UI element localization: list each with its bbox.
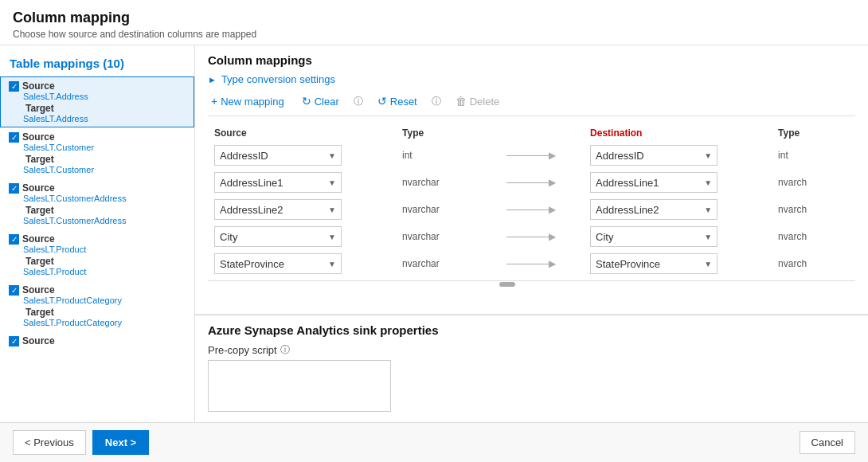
sidebar-target-sub-5: SalesLT.ProductCategory bbox=[9, 318, 186, 327]
mapping-arrow-2: ▶ bbox=[506, 177, 577, 188]
pre-copy-info-icon: ⓘ bbox=[280, 343, 290, 357]
arrowhead-icon: ▶ bbox=[549, 177, 556, 188]
pre-copy-label: Pre-copy script ⓘ bbox=[208, 343, 855, 357]
sidebar-item-6[interactable]: ✓ Source bbox=[0, 331, 194, 350]
footer-nav-buttons: < Previous Next > bbox=[13, 430, 149, 455]
source-value-5: StateProvince bbox=[220, 258, 284, 270]
chevron-down-icon: ▼ bbox=[704, 178, 712, 187]
source-dropdown-2[interactable]: AddressLine1 ▼ bbox=[214, 172, 342, 193]
clear-icon: ↻ bbox=[302, 95, 311, 108]
page-header: Column mapping Choose how source and des… bbox=[0, 0, 868, 45]
chevron-down-icon: ▼ bbox=[704, 151, 712, 160]
sidebar-item-3[interactable]: ✓ Source SalesLT.CustomerAddress Target … bbox=[0, 178, 194, 229]
sidebar-item-1[interactable]: ✓ Source SalesLT.Address Target SalesLT.… bbox=[0, 76, 194, 127]
sidebar-title: Table mappings (10) bbox=[0, 52, 194, 76]
source-value-2: AddressLine1 bbox=[220, 177, 283, 189]
dest-dropdown-1[interactable]: AddressID ▼ bbox=[590, 145, 717, 166]
chevron-down-icon: ▼ bbox=[328, 260, 336, 268]
previous-button[interactable]: < Previous bbox=[13, 430, 86, 455]
checkbox-6[interactable]: ✓ bbox=[9, 336, 19, 346]
sidebar-target-label-3: Target bbox=[25, 205, 54, 216]
horizontal-scrollbar[interactable] bbox=[208, 280, 855, 287]
page-title: Column mapping bbox=[13, 10, 855, 26]
dest-value-5: StateProvince bbox=[596, 258, 660, 270]
source-type-2: nvarchar bbox=[396, 169, 500, 196]
next-button[interactable]: Next > bbox=[92, 430, 149, 455]
cancel-button[interactable]: Cancel bbox=[800, 431, 855, 454]
chevron-down-icon: ▼ bbox=[704, 260, 712, 268]
footer: < Previous Next > Cancel bbox=[0, 422, 868, 462]
sidebar-target-label-5: Target bbox=[25, 307, 54, 318]
source-type-5: nvarchar bbox=[396, 250, 500, 277]
sidebar-source-label-5: Source bbox=[22, 284, 55, 296]
sidebar-source-sub-4: SalesLT.Product bbox=[9, 245, 186, 254]
delete-icon: 🗑 bbox=[456, 95, 467, 108]
source-header: Source bbox=[208, 124, 396, 142]
checkbox-4[interactable]: ✓ bbox=[9, 234, 19, 245]
type-conversion-label: Type conversion settings bbox=[221, 73, 335, 85]
type-header: Type bbox=[396, 124, 500, 142]
chevron-down-icon: ▼ bbox=[704, 206, 712, 214]
checkbox-1[interactable]: ✓ bbox=[9, 81, 19, 92]
sidebar-target-sub-4: SalesLT.Product bbox=[9, 267, 186, 276]
dest-value-1: AddressID bbox=[596, 150, 644, 162]
delete-button[interactable]: 🗑 Delete bbox=[452, 93, 503, 109]
sidebar-source-label-1: Source bbox=[22, 80, 55, 92]
dest-dropdown-3[interactable]: AddressLine2 ▼ bbox=[590, 199, 717, 220]
destination-header: Destination bbox=[584, 124, 772, 142]
page-subtitle: Choose how source and destination column… bbox=[13, 29, 855, 40]
chevron-down-icon: ▼ bbox=[328, 233, 336, 241]
sidebar-item-4[interactable]: ✓ Source SalesLT.Product Target SalesLT.… bbox=[0, 229, 194, 280]
sidebar-target-label-4: Target bbox=[25, 256, 54, 267]
right-panel: Column mappings ► Type conversion settin… bbox=[195, 45, 868, 422]
dest-type-1: int bbox=[772, 142, 855, 169]
source-dropdown-1[interactable]: AddressID ▼ bbox=[214, 145, 342, 166]
source-value-1: AddressID bbox=[220, 150, 268, 162]
source-type-1: int bbox=[396, 142, 500, 169]
toolbar: + New mapping ↻ Clear ⓘ ↺ Reset ⓘ 🗑 Dele… bbox=[208, 93, 855, 116]
sidebar-target-sub-2: SalesLT.Customer bbox=[9, 165, 186, 174]
arrowhead-icon: ▶ bbox=[549, 150, 556, 161]
table-row: AddressLine1 ▼ nvarchar ▶ bbox=[208, 169, 855, 196]
sidebar-source-label-6: Source bbox=[22, 335, 55, 346]
sidebar-item-5[interactable]: ✓ Source SalesLT.ProductCategory Target … bbox=[0, 280, 194, 331]
source-dropdown-4[interactable]: City ▼ bbox=[214, 226, 342, 247]
source-dropdown-3[interactable]: AddressLine2 ▼ bbox=[214, 199, 342, 220]
reset-icon: ↺ bbox=[377, 95, 387, 108]
checkbox-3[interactable]: ✓ bbox=[9, 183, 19, 194]
reset-label: Reset bbox=[390, 96, 417, 108]
source-value-4: City bbox=[220, 231, 237, 243]
new-mapping-label: New mapping bbox=[221, 96, 284, 108]
new-mapping-button[interactable]: + New mapping bbox=[208, 93, 287, 109]
checkbox-2[interactable]: ✓ bbox=[9, 132, 19, 143]
sidebar-target-sub-1: SalesLT.Address bbox=[9, 114, 186, 123]
arrow-header bbox=[500, 124, 584, 142]
checkbox-5[interactable]: ✓ bbox=[9, 285, 19, 296]
pre-copy-input[interactable] bbox=[208, 360, 391, 412]
dest-value-2: AddressLine1 bbox=[596, 177, 659, 189]
sidebar-item-2[interactable]: ✓ Source SalesLT.Customer Target SalesLT… bbox=[0, 127, 194, 178]
dest-dropdown-2[interactable]: AddressLine1 ▼ bbox=[590, 172, 717, 193]
source-type-3: nvarchar bbox=[396, 196, 500, 223]
mapping-arrow-1: ▶ bbox=[506, 150, 577, 161]
sidebar-source-label-3: Source bbox=[22, 182, 55, 194]
reset-info-icon: ⓘ bbox=[432, 95, 441, 108]
arrowhead-icon: ▶ bbox=[549, 231, 556, 242]
mapping-table-scroll: Source Type Destination Type Add bbox=[208, 124, 855, 277]
sink-section: Azure Synapse Analytics sink properties … bbox=[195, 314, 868, 422]
clear-info-icon: ⓘ bbox=[354, 95, 363, 108]
chevron-down-icon: ▼ bbox=[328, 206, 336, 214]
clear-button[interactable]: ↻ Clear bbox=[299, 93, 342, 109]
sidebar-source-sub-3: SalesLT.CustomerAddress bbox=[9, 194, 186, 203]
dest-dropdown-5[interactable]: StateProvince ▼ bbox=[590, 253, 717, 274]
dest-type-2: nvarch bbox=[772, 169, 855, 196]
table-row: AddressLine2 ▼ nvarchar ▶ bbox=[208, 196, 855, 223]
chevron-down-icon: ▼ bbox=[704, 233, 712, 241]
column-mappings-title: Column mappings bbox=[208, 53, 855, 67]
column-mappings-section: Column mappings ► Type conversion settin… bbox=[195, 45, 868, 314]
reset-button[interactable]: ↺ Reset bbox=[374, 93, 420, 109]
source-dropdown-5[interactable]: StateProvince ▼ bbox=[214, 253, 342, 274]
sidebar: Table mappings (10) ✓ Source SalesLT.Add… bbox=[0, 45, 195, 422]
dest-dropdown-4[interactable]: City ▼ bbox=[590, 226, 717, 247]
type-conversion-settings[interactable]: ► Type conversion settings bbox=[208, 73, 855, 85]
